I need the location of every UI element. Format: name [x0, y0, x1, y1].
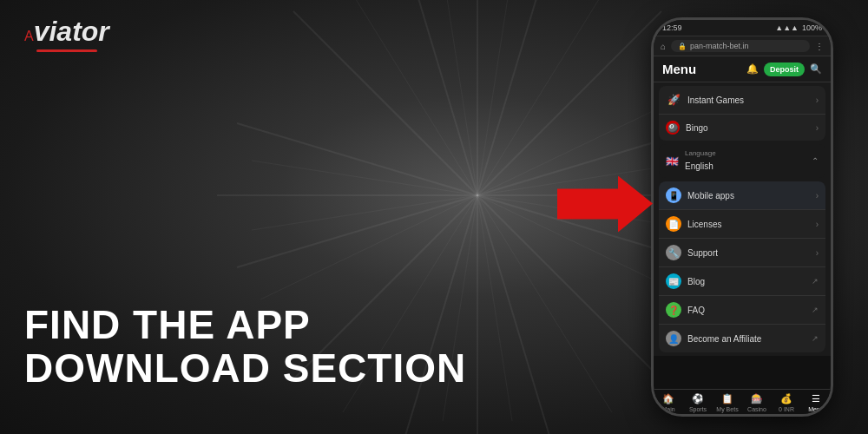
faq-external-arrow: ↗ — [812, 306, 819, 314]
blog-icon: 📰 — [666, 273, 681, 289]
aviator-logo: Aviator — [24, 16, 109, 52]
arrow-svg — [557, 176, 653, 233]
deposit-button[interactable]: Deposit — [764, 62, 805, 76]
nav-menu-label: Menu — [808, 406, 824, 412]
menu-content: 🚀 Instant Games › 🎱 Bingo › 🇬🇧 Language … — [654, 82, 831, 356]
nav-casino[interactable]: 🎰 Casino — [742, 393, 772, 412]
nav-sports[interactable]: ⚽ Sports — [683, 393, 713, 412]
svg-line-23 — [252, 195, 477, 230]
svg-line-28 — [477, 0, 612, 195]
nav-menu[interactable]: ☰ Menu — [801, 393, 831, 412]
status-icons: ▲▲▲ 100% — [775, 23, 822, 32]
nav-sports-label: Sports — [689, 406, 707, 412]
rocket-icon: 🚀 — [666, 92, 681, 108]
status-bar: 12:59 ▲▲▲ 100% — [654, 20, 831, 36]
affiliate-icon: 👤 — [666, 331, 681, 346]
battery-icon: 100% — [802, 23, 822, 32]
nav-casino-icon: 🎰 — [751, 393, 763, 404]
bingo-icon: 🎱 — [666, 121, 680, 135]
svg-line-11 — [405, 0, 477, 195]
url-text: pan-match-bet.in — [690, 42, 749, 50]
menu-item-blog[interactable]: 📰 Blog ↗ — [659, 267, 825, 296]
nav-main-icon: 🏠 — [662, 393, 674, 404]
bingo-label: Bingo — [686, 123, 816, 133]
blog-label: Blog — [687, 277, 812, 286]
nav-mybets-label: My Bets — [716, 406, 738, 412]
main-text-line1: FIND THE APP — [24, 303, 466, 347]
phone-device: 12:59 ▲▲▲ 100% ⌂ 🔒 pan-match-bet.in ⋮ Me… — [651, 17, 833, 417]
browser-bar[interactable]: ⌂ 🔒 pan-match-bet.in ⋮ — [654, 36, 831, 56]
affiliate-label: Become an Affiliate — [687, 334, 812, 344]
nav-inr-label: 0 INR — [779, 406, 794, 412]
menu-section-2: 📱 Mobile apps › 📄 Licenses › 🔧 Support ›… — [659, 181, 825, 352]
faq-label: FAQ — [687, 306, 812, 315]
menu-section-1: 🚀 Instant Games › 🎱 Bingo › — [659, 86, 825, 141]
affiliate-external-arrow: ↗ — [812, 334, 819, 343]
menu-item-faq[interactable]: ❓ FAQ ↗ — [659, 296, 825, 325]
main-text-line2: DOWNLOAD SECTION — [24, 346, 466, 391]
language-label: Language — [685, 149, 812, 157]
logo-a-letter: A — [24, 29, 34, 43]
main-text-block: FIND THE APP DOWNLOAD SECTION — [24, 303, 466, 391]
svg-line-25 — [343, 0, 477, 195]
mobile-icon: 📱 — [666, 187, 681, 203]
nav-menu-icon: ☰ — [812, 393, 820, 404]
language-section[interactable]: 🇬🇧 Language English ⌃ — [659, 144, 825, 178]
language-info: Language English — [685, 149, 812, 173]
menu-item-affiliate[interactable]: 👤 Become an Affiliate ↗ — [659, 325, 825, 352]
svg-line-19 — [477, 195, 512, 421]
language-value: English — [685, 161, 713, 171]
nav-main[interactable]: 🏠 Main — [654, 393, 683, 412]
arrow-icon-bingo: › — [816, 123, 819, 133]
nav-mybets-icon: 📋 — [721, 393, 733, 404]
lock-icon: 🔒 — [678, 43, 687, 50]
logo-underline — [36, 49, 97, 52]
menu-item-licenses[interactable]: 📄 Licenses › — [659, 210, 825, 239]
menu-item-bingo[interactable]: 🎱 Bingo › — [659, 115, 825, 141]
logo-rest: viator — [34, 16, 109, 47]
support-label: Support — [687, 248, 816, 258]
language-chevron: ⌃ — [812, 156, 819, 166]
blog-external-arrow: ↗ — [812, 277, 819, 286]
support-arrow: › — [816, 248, 819, 258]
menu-actions: 🔔 Deposit 🔍 — [746, 62, 822, 76]
phone-wrapper: 12:59 ▲▲▲ 100% ⌂ 🔒 pan-match-bet.in ⋮ Me… — [642, 9, 842, 425]
signal-icon: ▲▲▲ — [775, 23, 799, 32]
instant-games-label: Instant Games — [687, 95, 816, 105]
nav-main-label: Main — [661, 406, 674, 412]
flag-icon: 🇬🇧 — [666, 155, 679, 168]
support-icon: 🔧 — [666, 245, 681, 260]
status-time: 12:59 — [662, 23, 682, 32]
more-icon[interactable]: ⋮ — [815, 42, 824, 51]
licenses-label: Licenses — [687, 220, 816, 229]
nav-inr-icon: 💰 — [780, 393, 792, 404]
licenses-arrow: › — [816, 220, 819, 229]
search-icon[interactable]: 🔍 — [810, 63, 822, 75]
menu-item-mobile-apps[interactable]: 📱 Mobile apps › — [659, 181, 825, 210]
nav-mybets[interactable]: 📋 My Bets — [713, 393, 742, 412]
svg-marker-31 — [557, 176, 653, 233]
arrow-icon: › — [816, 95, 819, 105]
svg-line-24 — [252, 161, 477, 195]
home-icon[interactable]: ⌂ — [661, 42, 666, 51]
menu-item-instant-games[interactable]: 🚀 Instant Games › — [659, 86, 825, 115]
menu-item-support[interactable]: 🔧 Support › — [659, 239, 825, 267]
license-icon: 📄 — [666, 216, 681, 232]
nav-casino-label: Casino — [747, 406, 766, 412]
faq-icon: ❓ — [666, 302, 681, 318]
menu-title: Menu — [662, 62, 696, 76]
logo-text: Aviator — [24, 16, 109, 48]
red-arrow — [557, 176, 653, 245]
url-bar[interactable]: 🔒 pan-match-bet.in — [671, 40, 810, 52]
menu-header: Menu 🔔 Deposit 🔍 — [654, 56, 831, 82]
nav-inr[interactable]: 💰 0 INR — [772, 393, 801, 412]
bottom-nav: 🏠 Main ⚽ Sports 📋 My Bets 🎰 Casino 💰 0 I… — [654, 389, 831, 414]
mobile-apps-label: Mobile apps — [687, 191, 816, 201]
nav-sports-icon: ⚽ — [692, 393, 704, 404]
bell-icon[interactable]: 🔔 — [746, 63, 759, 75]
mobile-apps-arrow: › — [816, 191, 819, 201]
